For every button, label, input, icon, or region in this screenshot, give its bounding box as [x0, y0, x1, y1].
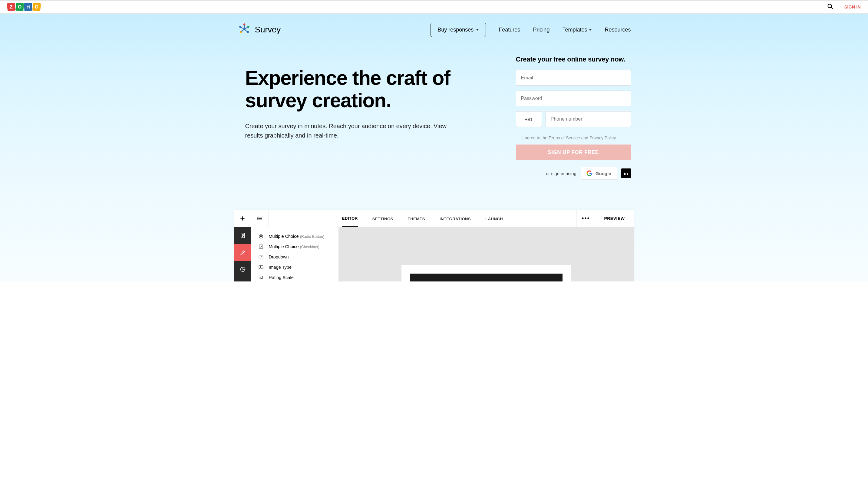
- zoho-logo[interactable]: ZOHO: [7, 3, 40, 11]
- signup-button[interactable]: SIGN UP FOR FREE: [516, 145, 631, 160]
- svg-line-1: [831, 8, 833, 9]
- question-type-checkbox[interactable]: Multiple Choice(Checkbox): [251, 242, 339, 252]
- phone-code-select[interactable]: +91: [516, 111, 542, 127]
- nav-features[interactable]: Features: [499, 27, 520, 33]
- survey-logo-icon: [237, 22, 251, 37]
- signup-title: Create your free online survey now.: [516, 56, 631, 63]
- product-name: Survey: [255, 25, 281, 35]
- hero-title: Experience the craft of survey creation.: [245, 67, 498, 112]
- svg-rect-22: [259, 245, 263, 248]
- form-header-bar: [410, 273, 563, 281]
- google-icon: [587, 170, 592, 177]
- form-preview-card: [401, 265, 571, 281]
- more-button[interactable]: •••: [577, 210, 595, 227]
- email-field[interactable]: [516, 70, 631, 86]
- editor-tabs: EDITOR SETTINGS THEMES INTEGRATIONS LAUN…: [268, 210, 577, 227]
- dropdown-icon: [258, 254, 264, 260]
- svg-point-0: [828, 4, 831, 8]
- rating-icon: [258, 275, 264, 280]
- nav-templates[interactable]: Templates: [562, 27, 592, 33]
- nav-resources[interactable]: Resources: [605, 27, 631, 33]
- question-type-rating[interactable]: Rating Scale: [251, 272, 339, 281]
- tab-settings[interactable]: SETTINGS: [373, 210, 393, 226]
- google-signin-button[interactable]: Google: [581, 167, 617, 180]
- agree-checkbox[interactable]: [516, 136, 520, 140]
- tab-integrations[interactable]: INTEGRATIONS: [440, 210, 471, 226]
- preview-button[interactable]: PREVIEW: [595, 210, 634, 227]
- question-type-dropdown[interactable]: Dropdown: [251, 252, 339, 262]
- editor-canvas: [339, 227, 634, 281]
- tab-launch[interactable]: LAUNCH: [485, 210, 503, 226]
- tab-themes[interactable]: THEMES: [408, 210, 425, 226]
- privacy-link[interactable]: Privacy Policy: [590, 135, 616, 140]
- buy-responses-button[interactable]: Buy responses: [430, 23, 486, 37]
- phone-field[interactable]: [545, 111, 631, 127]
- checkbox-icon: [258, 244, 264, 250]
- svg-point-11: [257, 218, 258, 218]
- image-icon: [258, 265, 264, 270]
- agree-text: I agree to the Terms of Service and Priv…: [523, 135, 617, 140]
- svg-point-21: [260, 235, 262, 237]
- caret-down-icon: [476, 29, 479, 31]
- alt-signin-text: or sign in using: [546, 171, 577, 176]
- radio-icon: [258, 234, 264, 239]
- svg-point-25: [260, 266, 260, 267]
- sign-in-link[interactable]: SIGN IN: [844, 4, 861, 9]
- password-field[interactable]: [516, 90, 631, 106]
- search-icon[interactable]: [827, 3, 833, 11]
- rail-page-icon[interactable]: [234, 227, 251, 244]
- question-type-radio[interactable]: Multiple Choice(Radio Button): [251, 231, 339, 242]
- add-button[interactable]: [234, 210, 251, 227]
- list-button[interactable]: [251, 210, 268, 227]
- linkedin-signin-button[interactable]: in: [621, 169, 631, 178]
- rail-chart-icon[interactable]: [234, 261, 251, 278]
- svg-rect-23: [259, 256, 263, 258]
- terms-link[interactable]: Terms of Service: [549, 135, 580, 140]
- survey-logo[interactable]: Survey: [237, 22, 281, 37]
- svg-point-13: [257, 219, 258, 220]
- question-type-image[interactable]: Image Type: [251, 262, 339, 272]
- rail-edit-icon[interactable]: [234, 244, 251, 261]
- tab-editor[interactable]: EDITOR: [342, 210, 358, 227]
- svg-point-9: [257, 217, 258, 217]
- hero-subtitle: Create your survey in minutes. Reach you…: [245, 121, 451, 140]
- nav-pricing[interactable]: Pricing: [533, 27, 550, 33]
- caret-down-icon: [589, 29, 592, 31]
